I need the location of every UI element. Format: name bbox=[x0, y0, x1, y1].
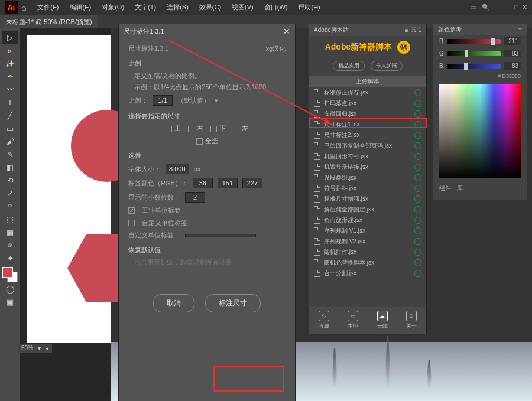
download-icon[interactable] bbox=[414, 238, 421, 245]
script-item[interactable]: 机里回形符号.jsx bbox=[309, 151, 426, 162]
download-icon[interactable] bbox=[414, 100, 421, 107]
side-right-checkbox[interactable] bbox=[188, 126, 194, 132]
side-up-checkbox[interactable] bbox=[166, 126, 172, 132]
script-item[interactable]: 安徽回归.jsx bbox=[309, 109, 426, 119]
download-icon[interactable] bbox=[414, 142, 421, 149]
shaper-tool[interactable]: ✎ bbox=[2, 148, 18, 161]
line-tool[interactable]: ╱ bbox=[2, 109, 18, 122]
color-b-input[interactable]: 227 bbox=[242, 178, 262, 188]
download-icon[interactable] bbox=[414, 164, 421, 171]
download-icon[interactable] bbox=[414, 174, 421, 181]
select-all-checkbox[interactable] bbox=[196, 138, 203, 145]
script-item[interactable]: 标准修正保存.jsx bbox=[309, 87, 426, 98]
minimize-button[interactable]: — bbox=[504, 4, 511, 11]
home-icon[interactable]: ⌂ bbox=[21, 3, 26, 12]
panel-bottom-item[interactable]: ⊙关于 bbox=[406, 311, 417, 330]
download-icon[interactable] bbox=[414, 110, 421, 118]
menu-item[interactable]: 文字(T) bbox=[131, 1, 160, 14]
menu-item[interactable]: 选择(S) bbox=[163, 1, 193, 14]
magic-wand-tool[interactable]: ✨ bbox=[2, 57, 18, 70]
width-tool[interactable]: ⌔ bbox=[2, 200, 18, 213]
upload-script-header[interactable]: 上传脚本 bbox=[309, 76, 426, 87]
ratio-default[interactable]: （默认值） bbox=[177, 96, 210, 105]
hex-value[interactable]: D35353 bbox=[502, 73, 521, 79]
zoom-indicator[interactable]: 50%▾◂ bbox=[18, 344, 52, 353]
download-icon[interactable] bbox=[414, 121, 421, 128]
download-icon[interactable] bbox=[414, 153, 421, 160]
library-tab[interactable]: 库 bbox=[457, 184, 463, 193]
script-item[interactable]: 扫码落点.jsx bbox=[309, 98, 426, 109]
color-swatches[interactable] bbox=[2, 267, 18, 282]
script-item[interactable]: 随机色替换脚本.jsx bbox=[309, 257, 426, 268]
download-icon[interactable] bbox=[414, 185, 421, 192]
script-item[interactable]: 已绘回形复制全部页码.jsx bbox=[309, 141, 426, 151]
direct-selection-tool[interactable]: ▹ bbox=[2, 44, 18, 57]
custom-unit-checkbox[interactable] bbox=[128, 220, 135, 226]
panel-bottom-item[interactable]: ▭本地 bbox=[348, 311, 358, 330]
g-slider[interactable] bbox=[447, 51, 501, 56]
color-g-input[interactable]: 151 bbox=[218, 178, 238, 188]
menu-item[interactable]: 对象(O) bbox=[98, 1, 128, 14]
unit-tag-checkbox[interactable] bbox=[128, 207, 135, 214]
script-item[interactable]: 标准尺寸增强.jsx bbox=[309, 194, 426, 204]
script-item[interactable]: 解压储全部图层.jsx bbox=[309, 204, 426, 215]
b-value[interactable]: 83 bbox=[504, 62, 521, 70]
download-icon[interactable] bbox=[414, 259, 421, 266]
panel-bottom-item[interactable]: ☁云端 bbox=[377, 311, 388, 330]
download-icon[interactable] bbox=[414, 89, 421, 96]
b-slider[interactable] bbox=[447, 64, 501, 69]
panel-bottom-item[interactable]: ◇收藏 bbox=[319, 311, 329, 330]
menu-item[interactable]: 窗口(W) bbox=[260, 1, 292, 14]
color-field[interactable] bbox=[439, 84, 521, 178]
menu-item[interactable]: 编辑(E) bbox=[66, 1, 96, 14]
script-item[interactable]: 合一分割.jsx bbox=[309, 268, 426, 279]
script-item[interactable]: 设段群组.jsx bbox=[309, 172, 426, 183]
screen-mode[interactable]: ▣ bbox=[2, 295, 18, 308]
menu-item[interactable]: 效果(C) bbox=[195, 1, 225, 14]
dialog-close-button[interactable]: ✕ bbox=[283, 27, 290, 36]
custom-unit-input[interactable] bbox=[185, 234, 256, 237]
swatch-tab[interactable]: 组件 bbox=[439, 184, 451, 193]
eyedropper-tool[interactable]: ✐ bbox=[2, 239, 18, 252]
download-icon[interactable] bbox=[414, 195, 421, 203]
ratio-input[interactable]: 1/1 bbox=[153, 95, 173, 106]
menu-item[interactable]: 帮助(H) bbox=[294, 1, 324, 14]
download-icon[interactable] bbox=[414, 217, 421, 224]
cancel-button[interactable]: 取消 bbox=[153, 294, 194, 312]
script-item[interactable]: 尺寸标注1.jsx bbox=[309, 119, 426, 130]
brush-tool[interactable]: 🖌 bbox=[2, 135, 18, 148]
draw-mode[interactable]: ◯ bbox=[2, 282, 18, 295]
pill-extensions[interactable]: 专人扩展 bbox=[371, 61, 403, 71]
free-transform-tool[interactable]: ⬚ bbox=[2, 213, 18, 226]
type-tool[interactable]: T bbox=[2, 96, 18, 109]
download-icon[interactable] bbox=[414, 270, 421, 277]
curvature-tool[interactable]: 〰 bbox=[2, 83, 18, 96]
color-r-input[interactable]: 36 bbox=[193, 178, 213, 188]
menu-item[interactable]: 文件(F) bbox=[33, 1, 63, 14]
layout-icon[interactable]: ▭ bbox=[470, 4, 476, 11]
ok-button[interactable]: 标注尺寸 bbox=[205, 294, 261, 312]
download-icon[interactable] bbox=[414, 227, 421, 234]
decimals-input[interactable]: 2 bbox=[185, 192, 205, 203]
script-item[interactable]: 随机排作.jsx bbox=[309, 247, 426, 257]
script-item[interactable]: 符号拼科.jsx bbox=[309, 183, 426, 194]
script-item[interactable]: 角向旋形规.jsx bbox=[309, 215, 426, 226]
r-value[interactable]: 211 bbox=[504, 37, 521, 45]
download-icon[interactable] bbox=[414, 132, 421, 139]
search-icon[interactable]: 🔍 bbox=[482, 4, 490, 11]
symbol-tool[interactable]: ✦ bbox=[2, 252, 18, 265]
scripts-panel-tab[interactable]: Adobe脚本站 bbox=[314, 26, 349, 34]
script-item[interactable]: 机置登录链接.jsx bbox=[309, 162, 426, 172]
menu-item[interactable]: 视图(V) bbox=[228, 1, 258, 14]
scale-tool[interactable]: ⤢ bbox=[2, 187, 18, 200]
script-item[interactable]: 序列规制 V2.jsx bbox=[309, 236, 426, 247]
script-item[interactable]: 尺寸标注2.jsx bbox=[309, 130, 426, 141]
pill-featured[interactable]: 精品实用 bbox=[333, 61, 365, 71]
selection-tool[interactable]: ▷ bbox=[2, 31, 18, 44]
download-icon[interactable] bbox=[414, 206, 421, 213]
side-down-checkbox[interactable] bbox=[210, 126, 217, 132]
rectangle-tool[interactable]: ▭ bbox=[2, 122, 18, 135]
maximize-button[interactable]: □ bbox=[514, 4, 518, 11]
document-tab[interactable]: 未标题-1* @ 50% (RGB/预览) bbox=[0, 15, 98, 28]
gradient-tool[interactable]: ▦ bbox=[2, 226, 18, 239]
